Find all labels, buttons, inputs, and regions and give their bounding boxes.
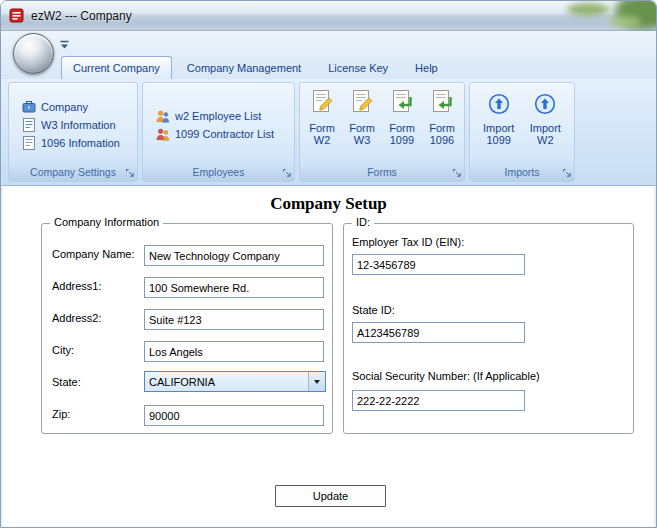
dialog-launcher-icon[interactable] — [281, 167, 292, 178]
titlebar: ezW2 --- Company — [1, 1, 656, 31]
address1-label: Address1: — [52, 280, 102, 292]
desktop-wallpaper-artifact — [609, 16, 641, 27]
zip-label: Zip: — [52, 408, 70, 420]
state-id-label: State ID: — [352, 304, 395, 316]
update-button[interactable]: Update — [275, 485, 386, 507]
import-1099-icon — [488, 88, 510, 115]
form-1096-icon — [430, 88, 454, 115]
company-icon — [21, 100, 36, 114]
ribbon-item-1099-contractor-list[interactable]: 1099 Contractor List — [143, 125, 294, 143]
quick-access-dropdown-button[interactable] — [59, 36, 75, 50]
app-window: ezW2 --- Company Current Company Company… — [0, 0, 657, 528]
w2-employee-list-icon — [155, 109, 170, 124]
w3-information-icon — [21, 118, 36, 132]
group-label-forms: Forms — [300, 165, 464, 181]
address2-label: Address2: — [52, 312, 102, 324]
import-1099-button[interactable]: Import 1099 — [479, 88, 519, 146]
ribbon-group-imports: Import 1099 Import W2 Imports — [469, 82, 575, 182]
ribbon-tabs: Current Company Company Management Licen… — [61, 56, 453, 79]
group-label-employees: Employees — [143, 165, 294, 181]
company-name-input[interactable] — [144, 245, 324, 266]
1096-information-icon — [21, 136, 36, 150]
ssn-input[interactable] — [352, 390, 525, 411]
tab-company-management[interactable]: Company Management — [175, 56, 313, 79]
state-select[interactable]: CALIFORNIA — [144, 371, 326, 392]
form-1096-button[interactable]: Form 1096 — [422, 88, 462, 146]
import-w2-button[interactable]: Import W2 — [525, 88, 565, 146]
tab-help[interactable]: Help — [403, 56, 450, 79]
ribbon-body: Company W3 Information — [1, 79, 656, 186]
city-input[interactable] — [144, 341, 324, 362]
ein-label: Employer Tax ID (EIN): — [352, 236, 464, 248]
chevron-down-icon — [308, 372, 325, 391]
address2-input[interactable] — [144, 309, 324, 330]
form-w3-icon — [350, 88, 374, 115]
ribbon-tab-strip: Current Company Company Management Licen… — [1, 31, 656, 79]
address1-input[interactable] — [144, 277, 324, 298]
ribbon-item-w2-employee-list[interactable]: w2 Employee List — [143, 107, 294, 125]
ssn-label: Social Security Number: (If Applicable) — [352, 370, 540, 382]
company-information-legend: Company Information — [50, 216, 163, 228]
import-w2-icon — [534, 88, 556, 115]
group-label-imports: Imports — [470, 165, 574, 181]
app-icon — [9, 8, 25, 24]
dialog-launcher-icon[interactable] — [124, 167, 135, 178]
window-title: ezW2 --- Company — [31, 9, 132, 23]
company-setup-page: Company Setup Company Information Compan… — [1, 187, 656, 527]
form-w2-button[interactable]: Form W2 — [302, 88, 342, 146]
page-title: Company Setup — [3, 194, 654, 214]
id-legend: ID: — [352, 216, 374, 228]
dialog-launcher-icon[interactable] — [451, 167, 462, 178]
application-menu-button[interactable] — [13, 33, 54, 74]
state-id-input[interactable] — [352, 322, 525, 343]
desktop-wallpaper-artifact — [567, 3, 609, 16]
ein-input[interactable] — [352, 254, 525, 275]
form-w2-icon — [310, 88, 334, 115]
form-w3-button[interactable]: Form W3 — [342, 88, 382, 146]
zip-input[interactable] — [144, 405, 324, 426]
id-groupbox: ID: Employer Tax ID (EIN): State ID: Soc… — [343, 223, 634, 434]
form-1099-button[interactable]: Form 1099 — [382, 88, 422, 146]
company-information-groupbox: Company Information Company Name: Addres… — [41, 223, 333, 434]
group-label-company-settings: Company Settings — [9, 165, 137, 181]
ribbon-group-forms: Form W2 Form W3 — [299, 82, 465, 182]
state-label: State: — [52, 376, 81, 388]
ribbon-item-1096-information[interactable]: 1096 Infomation — [9, 134, 137, 152]
ribbon-item-w3-information[interactable]: W3 Information — [9, 116, 137, 134]
form-1099-icon — [390, 88, 414, 115]
tab-current-company[interactable]: Current Company — [61, 56, 172, 79]
tab-license-key[interactable]: License Key — [316, 56, 400, 79]
chevron-down-icon — [59, 40, 71, 50]
company-name-label: Company Name: — [52, 248, 135, 260]
city-label: City: — [52, 344, 74, 356]
dialog-launcher-icon[interactable] — [561, 167, 572, 178]
1099-contractor-list-icon — [155, 127, 170, 142]
ribbon-item-company[interactable]: Company — [9, 98, 137, 116]
ribbon-group-employees: w2 Employee List 1099 Contractor List — [142, 82, 295, 182]
desktop-wallpaper-artifact — [615, 0, 657, 29]
ribbon-group-company-settings: Company W3 Information — [8, 82, 138, 182]
